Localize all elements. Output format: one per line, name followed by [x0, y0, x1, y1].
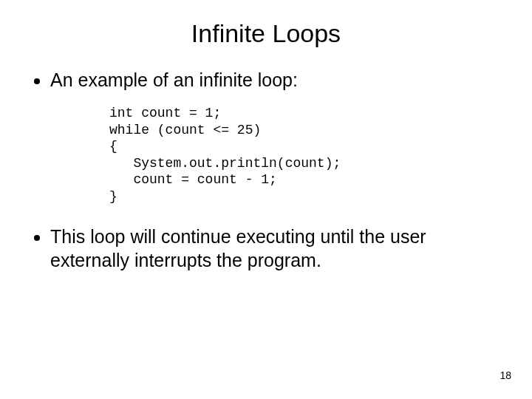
slide-title: Infinite Loops	[30, 19, 502, 48]
bullet-list: An example of an infinite loop:	[30, 69, 502, 92]
page-number: 18	[499, 369, 511, 381]
code-block: int count = 1; while (count <= 25) { Sys…	[109, 105, 502, 205]
slide: Infinite Loops An example of an infinite…	[0, 0, 532, 399]
bullet-item-1: An example of an infinite loop:	[50, 69, 502, 92]
bullet-list-2: This loop will continue executing until …	[30, 225, 502, 272]
bullet-item-2: This loop will continue executing until …	[50, 225, 502, 272]
